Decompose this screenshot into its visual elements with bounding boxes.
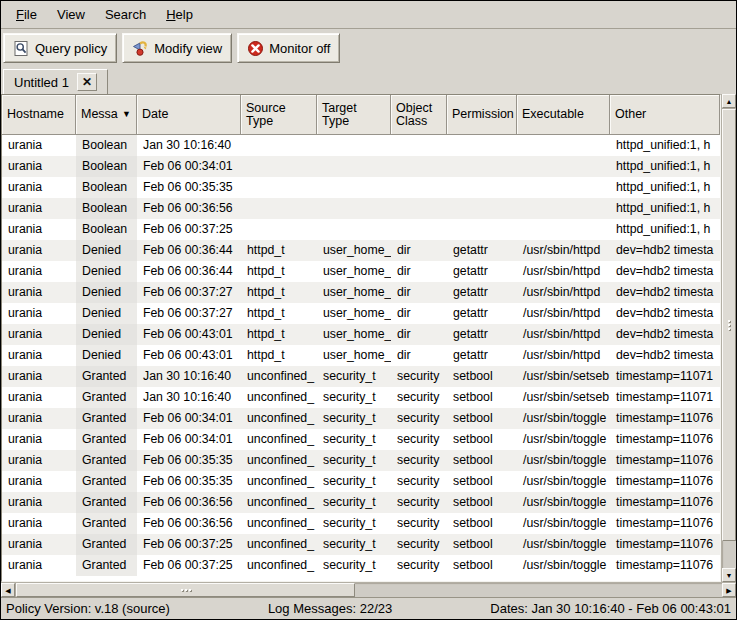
table-cell	[391, 198, 447, 219]
table-cell: urania	[2, 408, 76, 429]
table-row[interactable]: uraniaDeniedFeb 06 00:37:27httpd_tuser_h…	[2, 282, 720, 303]
column-header-label: Permission	[452, 108, 514, 121]
table-cell: Jan 30 10:16:40	[137, 387, 241, 408]
table-cell: setbool	[447, 534, 517, 555]
scroll-down-button[interactable]: ▼	[722, 568, 736, 582]
table-row[interactable]: uraniaGrantedFeb 06 00:36:56unconfined_s…	[2, 513, 720, 534]
table-cell: Feb 06 00:37:27	[137, 282, 241, 303]
table-cell	[317, 219, 391, 240]
table-cell: user_home_	[317, 345, 391, 366]
column-header-message[interactable]: Messa▼	[76, 95, 137, 135]
horizontal-scroll-thumb[interactable]	[16, 583, 355, 597]
table-cell: Denied	[76, 261, 137, 282]
table-cell: getattr	[447, 345, 517, 366]
table-cell: httpd_t	[241, 345, 317, 366]
table-cell: /usr/sbin/toggle	[517, 534, 610, 555]
table-row[interactable]: uraniaBooleanFeb 06 00:36:56httpd_unifie…	[2, 198, 720, 219]
table-row[interactable]: uraniaDeniedFeb 06 00:36:44httpd_tuser_h…	[2, 261, 720, 282]
table-row[interactable]: uraniaDeniedFeb 06 00:43:01httpd_tuser_h…	[2, 324, 720, 345]
table-row[interactable]: uraniaBooleanJan 30 10:16:40httpd_unifie…	[2, 135, 720, 156]
status-bar: Policy Version: v.18 (source) Log Messag…	[1, 597, 736, 619]
query-policy-button[interactable]: Query policy	[3, 33, 117, 63]
table-cell: /usr/sbin/toggle	[517, 492, 610, 513]
table-row[interactable]: uraniaGrantedFeb 06 00:35:35unconfined_s…	[2, 450, 720, 471]
table-cell: Granted	[76, 513, 137, 534]
table-cell: /usr/sbin/httpd	[517, 282, 610, 303]
table-cell: Denied	[76, 345, 137, 366]
table-cell: Feb 06 00:34:01	[137, 408, 241, 429]
table-cell: Granted	[76, 492, 137, 513]
table-cell: /usr/sbin/httpd	[517, 345, 610, 366]
scroll-left-button[interactable]: ◀	[1, 583, 15, 597]
table-cell: getattr	[447, 324, 517, 345]
table-cell: urania	[2, 303, 76, 324]
table-row[interactable]: uraniaBooleanFeb 06 00:37:25httpd_unifie…	[2, 219, 720, 240]
column-header-label: Messa	[81, 108, 118, 121]
table-row[interactable]: uraniaGrantedFeb 06 00:35:35unconfined_s…	[2, 471, 720, 492]
table-cell: Granted	[76, 534, 137, 555]
table-cell: Granted	[76, 450, 137, 471]
table-cell: unconfined_	[241, 471, 317, 492]
tab-close-button[interactable]: ✕	[77, 73, 97, 91]
table-cell: /usr/sbin/toggle	[517, 555, 610, 576]
log-messages-status: Log Messages: 22/23	[268, 601, 392, 616]
column-header-permission[interactable]: Permission	[447, 95, 517, 135]
modify-view-button[interactable]: Modify view	[122, 33, 232, 63]
column-header-date[interactable]: Date	[137, 95, 241, 135]
table-cell: Granted	[76, 429, 137, 450]
table-cell	[447, 219, 517, 240]
table-cell: urania	[2, 471, 76, 492]
table-cell: setbool	[447, 513, 517, 534]
table-cell: security	[391, 492, 447, 513]
vertical-scroll-thumb[interactable]	[722, 109, 736, 541]
column-header-executable[interactable]: Executable	[517, 95, 610, 135]
table-cell: urania	[2, 450, 76, 471]
menu-search[interactable]: Search	[96, 4, 155, 25]
horizontal-scroll-track[interactable]	[15, 583, 722, 597]
menu-file[interactable]: File	[7, 4, 46, 25]
table-cell: security_t	[317, 555, 391, 576]
monitor-off-button[interactable]: Monitor off	[237, 33, 340, 63]
horizontal-scrollbar[interactable]: ◀ ▶	[1, 582, 736, 597]
column-header-object-class[interactable]: Object Class	[391, 95, 447, 135]
table-row[interactable]: uraniaGrantedFeb 06 00:37:25unconfined_s…	[2, 555, 720, 576]
table-row[interactable]: uraniaGrantedFeb 06 00:34:01unconfined_s…	[2, 408, 720, 429]
table-cell: unconfined_	[241, 429, 317, 450]
column-header-source-type[interactable]: Source Type	[241, 95, 317, 135]
table-cell: Feb 06 00:36:56	[137, 198, 241, 219]
table-cell: urania	[2, 345, 76, 366]
table-row[interactable]: uraniaDeniedFeb 06 00:36:44httpd_tuser_h…	[2, 240, 720, 261]
tab-untitled-1[interactable]: Untitled 1 ✕	[3, 69, 108, 94]
menu-view[interactable]: View	[48, 4, 94, 25]
vertical-scrollbar[interactable]: ▲ ▼	[721, 94, 736, 582]
table-row[interactable]: uraniaGrantedFeb 06 00:34:01unconfined_s…	[2, 429, 720, 450]
column-header-target-type[interactable]: Target Type	[317, 95, 391, 135]
table-cell: urania	[2, 261, 76, 282]
arrow-left-icon: ◀	[5, 587, 10, 594]
table-cell: Granted	[76, 555, 137, 576]
table-row[interactable]: uraniaBooleanFeb 06 00:35:35httpd_unifie…	[2, 177, 720, 198]
table-cell: user_home_	[317, 240, 391, 261]
table-cell: setbool	[447, 366, 517, 387]
table-cell	[317, 156, 391, 177]
scroll-up-button[interactable]: ▲	[722, 94, 736, 108]
table-cell	[447, 198, 517, 219]
table-row[interactable]: uraniaDeniedFeb 06 00:37:27httpd_tuser_h…	[2, 303, 720, 324]
vertical-scroll-track[interactable]	[722, 108, 736, 568]
table-cell: getattr	[447, 303, 517, 324]
table-cell: /usr/sbin/setseb	[517, 366, 610, 387]
table-cell: Granted	[76, 471, 137, 492]
table-row[interactable]: uraniaGrantedJan 30 10:16:40unconfined_s…	[2, 366, 720, 387]
table-row[interactable]: uraniaGrantedJan 30 10:16:40unconfined_s…	[2, 387, 720, 408]
menu-help[interactable]: Help	[157, 4, 202, 25]
table-cell: dir	[391, 345, 447, 366]
column-header-hostname[interactable]: Hostname	[2, 95, 76, 135]
table-row[interactable]: uraniaGrantedFeb 06 00:36:56unconfined_s…	[2, 492, 720, 513]
scroll-right-button[interactable]: ▶	[722, 583, 736, 597]
table-row[interactable]: uraniaDeniedFeb 06 00:43:01httpd_tuser_h…	[2, 345, 720, 366]
table-row[interactable]: uraniaGrantedFeb 06 00:37:25unconfined_s…	[2, 534, 720, 555]
table-row[interactable]: uraniaBooleanFeb 06 00:34:01httpd_unifie…	[2, 156, 720, 177]
table-cell: security	[391, 408, 447, 429]
column-header-other[interactable]: Other	[610, 95, 720, 135]
table-cell	[517, 177, 610, 198]
